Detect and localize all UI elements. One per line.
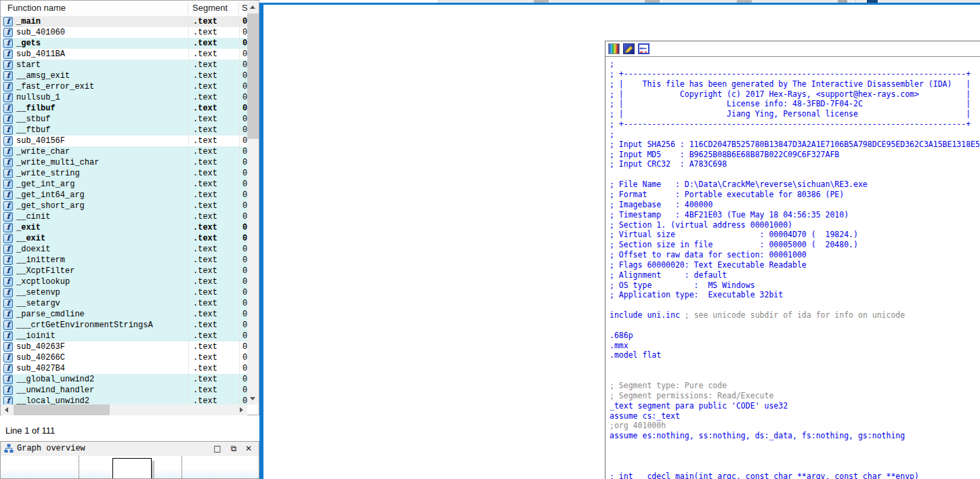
column-grid-line <box>188 168 189 179</box>
graph-overview-titlebar[interactable]: Graph overview □ ⧉ ✕ <box>1 442 259 457</box>
function-row[interactable]: f__stbuf.text00 <box>1 114 247 125</box>
function-name: _get_int64_arg <box>16 190 85 201</box>
function-row[interactable]: f__unwind_handler.text00 <box>1 385 247 396</box>
function-name: __exit <box>16 233 45 244</box>
function-segment: .text <box>193 276 217 287</box>
function-row[interactable]: f_get_short_arg.text00 <box>1 201 247 211</box>
function-start-address: 00 <box>242 92 247 103</box>
disassembly-line: ; Section 1. (virtual address 00001000) <box>610 220 980 230</box>
function-row[interactable]: f_get_int64_arg.text00 <box>1 190 247 201</box>
maximize-button[interactable]: □ <box>211 443 223 455</box>
disassembly-listing[interactable]: ;; +------------------------------------… <box>605 56 980 479</box>
function-segment: .text <box>193 190 217 201</box>
function-row[interactable]: f_doexit.text00 <box>1 244 247 255</box>
graph-overview-title: Graph overview <box>17 444 85 453</box>
function-row[interactable]: f__local_unwind2.text00 <box>1 396 247 404</box>
scroll-up-button[interactable] <box>247 1 259 13</box>
function-name: __setenvp <box>16 287 60 298</box>
disassembly-line <box>610 461 980 472</box>
disassembly-line <box>610 451 980 461</box>
function-row[interactable]: fsub_40263F.text00 <box>1 341 247 352</box>
function-name: _xcptlookup <box>16 276 70 287</box>
disassembly-toolbar <box>605 41 980 57</box>
function-row[interactable]: f__ftbuf.text00 <box>1 125 247 136</box>
function-row[interactable]: fnullsub_1.text00 <box>1 92 247 103</box>
function-name: sub_40263F <box>16 341 65 352</box>
function-row[interactable]: f_write_char.text00 <box>1 146 247 157</box>
horizontal-scrollbar[interactable] <box>1 404 247 415</box>
function-row[interactable]: fsub_4027B4.text00 <box>1 363 247 374</box>
function-row[interactable]: fsub_40266C.text00 <box>1 352 247 363</box>
function-start-address: 00 <box>242 276 247 287</box>
functions-window: Function name Segment S f_main.text00fsu… <box>0 0 259 415</box>
function-row[interactable]: fsub_4011BA.text00 <box>1 49 247 60</box>
function-icon: f <box>3 277 13 287</box>
column-separator[interactable] <box>238 2 239 15</box>
function-row[interactable]: fsub_401060.text00 <box>1 27 247 38</box>
column-grid-line <box>239 298 240 309</box>
column-header-segment[interactable]: Segment <box>192 3 228 13</box>
function-row[interactable]: f_fast_error_exit.text00 <box>1 81 247 92</box>
float-button[interactable]: ⧉ <box>228 443 240 455</box>
function-row[interactable]: f__XcptFilter.text00 <box>1 266 247 276</box>
function-row[interactable]: f__setenvp.text00 <box>1 287 247 298</box>
function-row[interactable]: f_write_string.text00 <box>1 168 247 179</box>
function-row[interactable]: f_get_int_arg.text00 <box>1 179 247 190</box>
function-row[interactable]: f__filbuf.text00 <box>1 103 247 114</box>
disassembly-line: ; Alignment : default <box>610 270 980 280</box>
disassembly-window: ;; +------------------------------------… <box>605 41 980 479</box>
column-grid-line <box>188 287 189 298</box>
column-grid-line <box>188 136 189 146</box>
scroll-right-button[interactable] <box>236 404 247 415</box>
disassembly-line <box>610 169 980 180</box>
function-row[interactable]: f_gets.text00 <box>1 38 247 49</box>
function-name: __ioinit <box>16 331 56 341</box>
scroll-down-button[interactable] <box>247 393 259 404</box>
function-name: __amsg_exit <box>16 70 70 81</box>
function-start-address: 00 <box>242 396 247 404</box>
function-row[interactable]: fstart.text00 <box>1 60 247 70</box>
function-row[interactable]: f__exit.text00 <box>1 233 247 244</box>
function-row[interactable]: f_parse_cmdline.text00 <box>1 309 247 320</box>
edit-pencil-icon[interactable] <box>623 43 635 54</box>
close-button[interactable]: ✕ <box>242 443 255 455</box>
horizontal-scrollbar-thumb[interactable] <box>14 404 110 415</box>
column-grid-line <box>188 49 189 60</box>
function-start-address: 00 <box>242 287 247 298</box>
function-row[interactable]: f__amsg_exit.text00 <box>1 70 247 81</box>
function-name: __initterm <box>16 255 65 266</box>
vertical-scrollbar-thumb[interactable] <box>247 14 259 139</box>
function-segment: .text <box>193 179 217 190</box>
graph-overview-viewport[interactable] <box>112 458 152 478</box>
graph-overview-canvas[interactable] <box>1 456 259 478</box>
column-separator[interactable] <box>188 2 188 15</box>
function-row[interactable]: f__setargv.text00 <box>1 298 247 309</box>
function-segment: .text <box>193 374 217 385</box>
column-grid-line <box>188 38 189 49</box>
function-segment: .text <box>193 385 217 396</box>
disassembly-line: ; Flags 60000020: Text Executable Readab… <box>610 260 980 270</box>
function-start-address: 00 <box>242 136 247 146</box>
nav-band-icon[interactable] <box>638 43 649 54</box>
function-row[interactable]: f_exit.text00 <box>1 222 247 233</box>
disassembly-line: ; int __cdecl main(int argc, const char … <box>610 472 980 479</box>
function-start-address: 00 <box>242 352 247 363</box>
function-icon: f <box>3 60 13 70</box>
function-row[interactable]: f_main.text00 <box>1 16 247 27</box>
vertical-scrollbar[interactable] <box>247 1 259 404</box>
column-header-function-name[interactable]: Function name <box>7 3 66 13</box>
function-row[interactable]: fsub_40156F.text00 <box>1 136 247 146</box>
function-row[interactable]: f___crtGetEnvironmentStringsA.text00 <box>1 320 247 331</box>
function-icon: f <box>3 125 13 135</box>
function-row[interactable]: f_xcptlookup.text00 <box>1 276 247 287</box>
function-segment: .text <box>193 244 217 255</box>
function-row[interactable]: f__global_unwind2.text00 <box>1 374 247 385</box>
function-row[interactable]: f__initterm.text00 <box>1 255 247 266</box>
function-row[interactable]: f__cinit.text00 <box>1 211 247 222</box>
function-row[interactable]: f_write_multi_char.text00 <box>1 157 247 168</box>
scroll-left-button[interactable] <box>1 404 13 415</box>
function-row[interactable]: f__ioinit.text00 <box>1 331 247 341</box>
function-start-address: 00 <box>242 125 247 136</box>
palette-icon[interactable] <box>608 43 620 54</box>
function-name: __local_unwind2 <box>16 396 89 404</box>
